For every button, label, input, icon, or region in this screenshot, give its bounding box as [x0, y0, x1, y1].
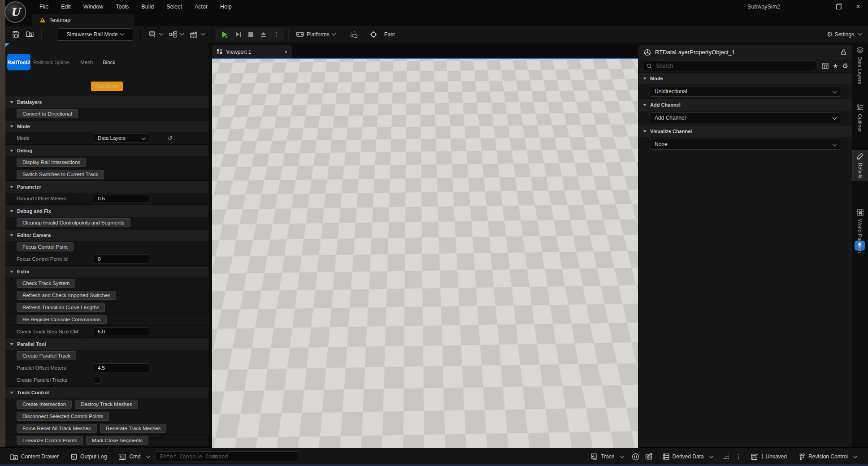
tab-data-layers[interactable]: Data Layers: [852, 47, 868, 84]
display-filter-grid-icon[interactable]: [822, 63, 829, 69]
blueprints-button[interactable]: [166, 28, 187, 41]
console-command-input[interactable]: [156, 451, 299, 462]
minimize-button[interactable]: ─: [809, 0, 829, 13]
generate-track-meshes-button[interactable]: Generate Track Meshes: [100, 424, 167, 433]
search-box[interactable]: [642, 60, 818, 71]
check-track-system-button[interactable]: Check Track System: [17, 279, 75, 288]
check-track-step-size-input[interactable]: [94, 327, 149, 336]
menu-tools[interactable]: Tools: [109, 0, 135, 13]
trace-dropdown[interactable]: Trace: [585, 448, 629, 465]
tab-world-partition[interactable]: World Partition: [852, 209, 868, 253]
settings-dropdown[interactable]: ⚙ Settings: [827, 30, 862, 39]
eject-button[interactable]: [257, 28, 270, 41]
disconnect-control-points-button[interactable]: Disconnect Selected Control Points: [17, 412, 109, 421]
insights-button[interactable]: [719, 448, 733, 465]
tab-details-active[interactable]: Details: [852, 150, 868, 181]
visualize-channel-dropdown[interactable]: None: [650, 139, 841, 150]
compass-crosshair-button[interactable]: [366, 28, 381, 41]
refresh-transition-curve-button[interactable]: Refresh Transition Curve Lengths: [17, 303, 105, 312]
mode-value-dropdown[interactable]: Unidirectional: [650, 86, 841, 97]
mode-dropdown[interactable]: Data Layers: [94, 133, 149, 143]
tab-testmap[interactable]: Testmap: [32, 14, 135, 26]
section-header-editor-camera[interactable]: Editor Camera: [5, 229, 208, 241]
play-button[interactable]: [217, 28, 232, 41]
reset-to-default-icon[interactable]: ↺: [168, 135, 173, 142]
search-input[interactable]: [655, 62, 813, 69]
menu-select[interactable]: Select: [160, 0, 188, 13]
force-reset-track-meshes-button[interactable]: Force Reset All Track Meshes: [17, 424, 97, 433]
cmd-dropdown[interactable]: Cmd: [113, 448, 155, 465]
maximize-button[interactable]: [829, 0, 848, 13]
focus-control-point-button[interactable]: Focus Control Point: [17, 242, 74, 251]
add-actor-button[interactable]: [145, 28, 166, 41]
add-channel-dropdown[interactable]: Add Channel: [650, 112, 841, 123]
environment-light-button[interactable]: [347, 28, 362, 41]
convert-to-directional-button[interactable]: Convert to Directional: [17, 109, 78, 118]
find-in-content-browser-button[interactable]: [23, 28, 37, 41]
parallel-offset-input[interactable]: [94, 363, 149, 372]
output-log-button[interactable]: Output Log: [65, 448, 113, 465]
frame-skip-button[interactable]: [232, 28, 245, 41]
close-icon[interactable]: ×: [284, 49, 287, 55]
platforms-dropdown[interactable]: Platforms: [292, 28, 339, 41]
close-button[interactable]: ×: [848, 0, 868, 13]
cinematics-button[interactable]: [187, 28, 208, 41]
focus-control-point-id-input[interactable]: [94, 255, 149, 263]
unreal-logo[interactable]: U: [4, 1, 26, 23]
menu-window[interactable]: Window: [77, 0, 109, 13]
section-header-debug[interactable]: Debug: [5, 144, 208, 156]
viewport-3d[interactable]: ≡ Perspective Lit Show X Z Y: [212, 58, 638, 448]
section-header-extra[interactable]: Extra: [5, 265, 208, 277]
editor-mode-dropdown[interactable]: Simuverse Rail Mode: [57, 28, 133, 41]
section-header-parameter[interactable]: Parameter: [5, 181, 208, 193]
railtracks-button[interactable]: Railtracks: [91, 82, 122, 91]
section-header-parallel-tool[interactable]: Parallel Tool: [5, 338, 208, 350]
perspective-dropdown[interactable]: Perspective: [230, 60, 278, 71]
tab-block[interactable]: Block: [103, 54, 115, 70]
play-options-kebab[interactable]: ⋮: [270, 28, 282, 41]
tab-railtrack-spline[interactable]: Railtrack Spline...: [33, 54, 73, 70]
menu-edit[interactable]: Edit: [55, 0, 77, 13]
stop-button[interactable]: [245, 28, 257, 41]
show-dropdown[interactable]: Show: [310, 60, 334, 71]
display-rail-intersections-button[interactable]: Display Rail Intersections: [17, 158, 86, 167]
revision-control-dropdown[interactable]: Revision Control: [793, 448, 863, 465]
tab-mesh[interactable]: Mesh: [80, 54, 93, 70]
trace-snapshot-button[interactable]: [642, 448, 656, 465]
create-intersection-button[interactable]: Create Intersection: [17, 400, 72, 409]
menu-file[interactable]: File: [33, 0, 55, 13]
derived-data-dropdown[interactable]: Derived Data: [657, 448, 719, 465]
menu-help[interactable]: Help: [214, 0, 238, 13]
create-parallel-tracks-checkbox[interactable]: [94, 377, 100, 384]
lit-mode-dropdown[interactable]: Lit: [282, 60, 306, 71]
unsaved-files-button[interactable]: 1 Unsaved: [745, 448, 793, 465]
viewport-options-button[interactable]: ≡: [216, 60, 226, 71]
favorites-star-icon[interactable]: ★: [833, 62, 838, 69]
tab-railtool2[interactable]: RailTool2: [7, 54, 30, 70]
details-settings-gear-icon[interactable]: ⚙: [842, 62, 848, 70]
create-parallel-track-button[interactable]: Create Parallel Track: [17, 351, 76, 360]
save-button[interactable]: [9, 28, 23, 41]
section-header-mode[interactable]: Mode: [638, 72, 852, 84]
destroy-track-meshes-button[interactable]: Destroy Track Meshes: [75, 400, 138, 409]
unlocked-icon[interactable]: [841, 49, 846, 56]
linearize-control-points-button[interactable]: Linearize Control Points: [17, 436, 83, 445]
section-header-visualize-channel[interactable]: Visualize Channel: [638, 125, 852, 137]
menu-actor[interactable]: Actor: [188, 0, 214, 13]
switch-switches-button[interactable]: Switch Switches to Current Track: [17, 170, 104, 179]
track-spline-lavender[interactable]: [212, 285, 638, 292]
section-header-datalayers[interactable]: Datalayers: [5, 96, 208, 108]
section-header-add-channel[interactable]: Add Channel: [638, 99, 852, 111]
cleanup-invalid-button[interactable]: Cleanup Invalid Controlpoints and Segmen…: [17, 218, 130, 227]
section-header-mode[interactable]: Mode: [5, 120, 208, 132]
trace-record-button[interactable]: [629, 448, 642, 465]
mark-close-segments-button[interactable]: Mark Close Segments: [86, 436, 148, 445]
tab-outliner[interactable]: Outliner: [852, 104, 868, 132]
section-header-track-control[interactable]: Track Control: [5, 386, 208, 398]
ground-offset-input[interactable]: [94, 194, 149, 203]
menu-build[interactable]: Build: [135, 0, 160, 13]
section-header-debug-and-fix[interactable]: Debug and Fix: [5, 205, 208, 217]
content-drawer-button[interactable]: Content Drawer: [4, 448, 65, 465]
tab-viewport-1[interactable]: Viewport 1 ×: [212, 45, 292, 58]
re-register-console-commandos-button[interactable]: Re Register Console Commandos: [17, 315, 107, 324]
